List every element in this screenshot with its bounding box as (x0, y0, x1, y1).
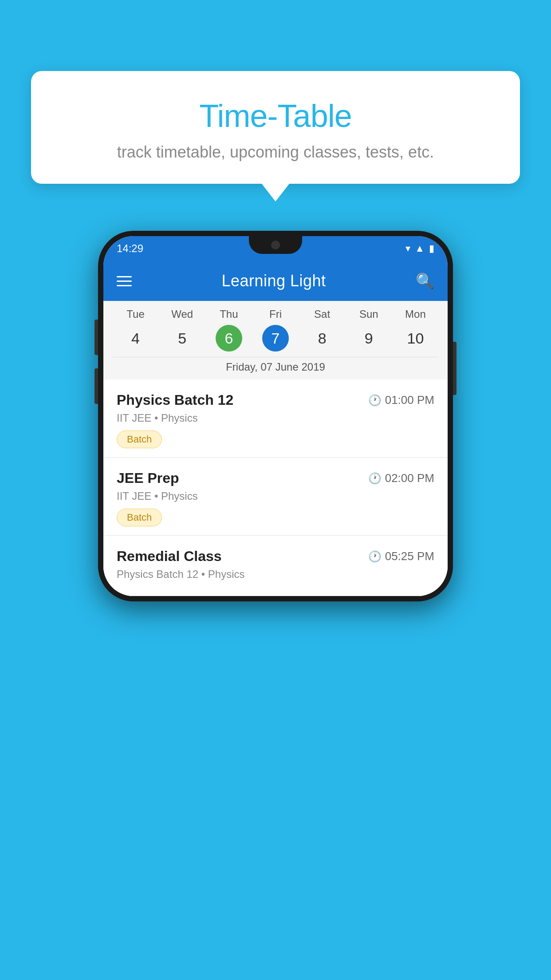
day-label-thu: Thu (205, 308, 252, 320)
phone-container: 14:29 ▾ ▲ ▮ Learning Light 🔍 (98, 231, 453, 601)
selected-date-label: Friday, 07 June 2019 (112, 357, 439, 379)
day-labels: Tue Wed Thu Fri Sat Sun Mon (112, 308, 439, 320)
signal-icon: ▲ (415, 243, 425, 254)
phone-btn-left2 (94, 368, 98, 404)
schedule-list: Physics Batch 12 🕐 01:00 PM IIT JEE • Ph… (103, 379, 448, 596)
phone-btn-right (453, 342, 457, 395)
schedule-item-3[interactable]: Remedial Class 🕐 05:25 PM Physics Batch … (103, 536, 448, 596)
day-label-tue: Tue (112, 308, 159, 320)
schedule-meta-1: IIT JEE • Physics (117, 412, 434, 424)
clock-icon-3: 🕐 (368, 550, 382, 563)
day-label-sun: Sun (346, 308, 392, 320)
day-label-sat: Sat (299, 308, 346, 320)
schedule-title-3: Remedial Class (117, 548, 222, 565)
phone-btn-left (94, 320, 98, 355)
app-bar: Learning Light 🔍 (103, 261, 448, 301)
day-10[interactable]: 10 (402, 325, 429, 352)
wifi-icon: ▾ (405, 243, 410, 254)
phone-camera (271, 241, 280, 249)
batch-badge-2: Batch (117, 509, 162, 526)
schedule-item-2-header: JEE Prep 🕐 02:00 PM (117, 470, 434, 486)
day-4[interactable]: 4 (122, 325, 149, 352)
calendar-header: Tue Wed Thu Fri Sat Sun Mon 4 5 6 7 8 9 … (103, 301, 448, 379)
phone-outer: 14:29 ▾ ▲ ▮ Learning Light 🔍 (98, 231, 453, 601)
day-label-wed: Wed (159, 308, 205, 320)
schedule-title-1: Physics Batch 12 (117, 392, 233, 408)
day-8[interactable]: 8 (309, 325, 335, 352)
day-5[interactable]: 5 (169, 325, 196, 352)
day-7-selected[interactable]: 7 (262, 325, 289, 352)
day-6-today[interactable]: 6 (216, 325, 242, 352)
status-icons: ▾ ▲ ▮ (405, 243, 434, 254)
schedule-meta-3: Physics Batch 12 • Physics (117, 568, 434, 581)
day-label-fri: Fri (252, 308, 299, 320)
day-9[interactable]: 9 (355, 325, 382, 352)
clock-icon-2: 🕐 (368, 472, 382, 485)
batch-badge-1: Batch (117, 431, 162, 448)
app-title: Learning Light (221, 272, 326, 290)
schedule-item-3-header: Remedial Class 🕐 05:25 PM (117, 548, 434, 565)
battery-icon: ▮ (429, 243, 434, 254)
day-label-mon: Mon (392, 308, 439, 320)
schedule-meta-2: IIT JEE • Physics (117, 490, 434, 502)
tooltip-card: Time-Table track timetable, upcoming cla… (31, 71, 520, 184)
schedule-time-1: 🕐 01:00 PM (368, 393, 434, 407)
phone-notch (249, 236, 302, 254)
menu-icon[interactable] (117, 276, 132, 286)
schedule-title-2: JEE Prep (117, 470, 179, 486)
schedule-time-2: 🕐 02:00 PM (368, 471, 434, 485)
search-icon[interactable]: 🔍 (416, 272, 434, 290)
phone-screen: 14:29 ▾ ▲ ▮ Learning Light 🔍 (103, 236, 448, 596)
schedule-item-2[interactable]: JEE Prep 🕐 02:00 PM IIT JEE • Physics Ba… (103, 458, 448, 536)
schedule-time-3: 🕐 05:25 PM (368, 549, 434, 563)
schedule-item-1-header: Physics Batch 12 🕐 01:00 PM (117, 392, 434, 408)
tooltip-title: Time-Table (53, 98, 498, 134)
day-numbers: 4 5 6 7 8 9 10 (112, 325, 439, 352)
schedule-item-1[interactable]: Physics Batch 12 🕐 01:00 PM IIT JEE • Ph… (103, 379, 448, 458)
clock-icon-1: 🕐 (368, 394, 382, 407)
tooltip-subtitle: track timetable, upcoming classes, tests… (53, 143, 498, 162)
status-time: 14:29 (117, 242, 143, 255)
